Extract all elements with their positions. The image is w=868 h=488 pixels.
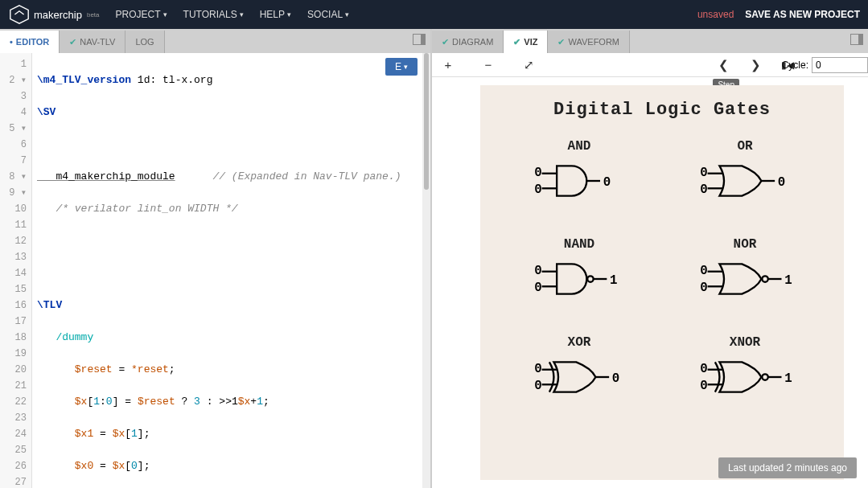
gates-grid: AND000OR000NAND001NOR001XOR000XNOR001	[480, 139, 844, 401]
line-number: 19	[0, 346, 27, 362]
right-tabs: ✔DIAGRAM ✔ VIZ ✔WAVEFORM	[432, 29, 868, 53]
compile-button[interactable]: E▾	[385, 58, 418, 76]
line-number: 9 ▾	[0, 185, 27, 201]
prev-icon[interactable]: ❮	[715, 58, 731, 72]
gate-xnor: XNOR001	[662, 335, 828, 401]
svg-text:0: 0	[534, 264, 541, 278]
line-number: 18	[0, 330, 27, 346]
cycle-input[interactable]	[812, 57, 868, 73]
tab-viz[interactable]: ✔ VIZ	[504, 31, 548, 53]
cycle-label: Cycle:	[782, 59, 808, 71]
caret-down-icon: ▾	[240, 10, 244, 18]
line-number: 7	[0, 153, 27, 169]
svg-text:1: 1	[610, 273, 617, 288]
gate-xor: XOR000	[496, 335, 662, 401]
svg-text:0: 0	[603, 175, 611, 190]
svg-text:0: 0	[700, 264, 707, 278]
gate-and: AND000	[496, 139, 662, 205]
logo[interactable]: makerchip beta	[8, 3, 100, 26]
line-number: 10	[0, 201, 27, 217]
gate-label: NOR	[662, 237, 828, 252]
line-number: 3	[0, 88, 27, 105]
code-area[interactable]: \m4_TLV_version 1d: tl-x.org \SV m4_make…	[32, 53, 430, 488]
check-icon: ✔	[557, 37, 565, 47]
caret-down-icon: ▾	[163, 10, 167, 18]
main-menu: PROJECT▾ TUTORIALS▾ HELP▾ SOCIAL▾	[116, 9, 350, 20]
svg-point-16	[587, 276, 593, 281]
line-number: 22	[0, 394, 27, 410]
topbar-right: unsaved SAVE AS NEW PROJECT	[697, 9, 860, 20]
line-number: 27	[0, 474, 27, 488]
line-number: 2 ▾	[0, 72, 27, 88]
menu-social[interactable]: SOCIAL▾	[307, 9, 349, 20]
line-number: 13	[0, 249, 27, 265]
line-number: 11	[0, 217, 27, 233]
tab-diagram[interactable]: ✔DIAGRAM	[432, 31, 504, 53]
line-number: 16	[0, 297, 27, 314]
tab-log[interactable]: LOG	[125, 31, 164, 53]
svg-point-36	[762, 374, 767, 379]
line-number: 15	[0, 281, 27, 297]
svg-text:0: 0	[534, 362, 541, 376]
toast-last-updated: Last updated 2 minutes ago	[718, 457, 857, 478]
gate-label: OR	[662, 139, 828, 154]
gate-nor: NOR001	[662, 237, 828, 303]
save-as-new-project-button[interactable]: SAVE AS NEW PROJECT	[745, 9, 860, 20]
line-number: 21	[0, 378, 27, 394]
left-tabs: ✔• EDITOR ✔NAV-TLV LOG	[0, 29, 430, 53]
gate-label: XNOR	[662, 335, 828, 350]
svg-text:0: 0	[700, 166, 707, 180]
line-number: 26	[0, 458, 27, 474]
tab-waveform[interactable]: ✔WAVEFORM	[548, 31, 630, 53]
line-number: 20	[0, 362, 27, 378]
pane-layout-icon[interactable]	[413, 34, 426, 45]
next-icon[interactable]: ❯	[747, 58, 763, 72]
line-number: 1	[0, 56, 27, 72]
unsaved-indicator: unsaved	[697, 9, 734, 20]
gate-or: OR000	[662, 139, 828, 205]
expand-icon[interactable]: ⤢	[520, 58, 537, 72]
menu-project[interactable]: PROJECT▾	[116, 9, 167, 20]
line-number: 12	[0, 233, 27, 249]
line-number: 8 ▾	[0, 169, 27, 185]
svg-text:0: 0	[700, 182, 707, 197]
pane-layout-icon[interactable]	[850, 34, 863, 45]
svg-text:0: 0	[534, 182, 541, 197]
zoom-out-icon[interactable]: −	[480, 58, 496, 72]
check-icon: ✔	[442, 37, 449, 47]
tab-editor[interactable]: ✔• EDITOR	[0, 31, 60, 53]
gate-label: NAND	[496, 237, 662, 252]
line-number: 5 ▾	[0, 121, 27, 137]
editor[interactable]: 1 2 ▾3 4 5 ▾6 7 8 ▾9 ▾10 11 12 13 14 15 …	[0, 53, 430, 488]
gate-label: XOR	[496, 335, 662, 350]
zoom-in-icon[interactable]: +	[440, 58, 456, 72]
scrollbar[interactable]	[422, 53, 430, 488]
menu-tutorials[interactable]: TUTORIALS▾	[183, 9, 244, 20]
svg-text:1: 1	[784, 273, 792, 288]
svg-point-23	[762, 276, 767, 281]
tab-nav-tlv[interactable]: ✔NAV-TLV	[60, 31, 125, 53]
line-number: 25	[0, 442, 27, 458]
svg-text:0: 0	[534, 281, 541, 295]
check-icon: ✔	[69, 37, 76, 47]
left-pane: ✔• EDITOR ✔NAV-TLV LOG 1 2 ▾3 4 5 ▾6 7 8…	[0, 29, 432, 488]
caret-down-icon: ▾	[287, 10, 291, 18]
svg-text:0: 0	[612, 371, 619, 386]
line-number: 24	[0, 426, 27, 442]
viz-title: Digital Logic Gates	[480, 85, 844, 139]
right-pane: ✔DIAGRAM ✔ VIZ ✔WAVEFORM + − ⤢ ❮ ❯ ▮◀ Cy…	[432, 29, 868, 488]
line-number: 4	[0, 105, 27, 121]
viz-canvas: Digital Logic Gates AND000OR000NAND001NO…	[480, 85, 844, 480]
line-number: 23	[0, 410, 27, 426]
topbar: makerchip beta PROJECT▾ TUTORIALS▾ HELP▾…	[0, 0, 868, 29]
line-number: 17	[0, 314, 27, 330]
logo-icon	[8, 3, 31, 26]
line-number: 14	[0, 265, 27, 281]
line-gutter: 1 2 ▾3 4 5 ▾6 7 8 ▾9 ▾10 11 12 13 14 15 …	[0, 53, 32, 488]
svg-text:0: 0	[778, 175, 785, 190]
svg-text:1: 1	[784, 371, 792, 386]
caret-down-icon: ▾	[345, 10, 349, 18]
menu-help[interactable]: HELP▾	[260, 9, 291, 20]
gate-label: AND	[496, 139, 662, 154]
scrollbar-thumb[interactable]	[424, 53, 429, 190]
